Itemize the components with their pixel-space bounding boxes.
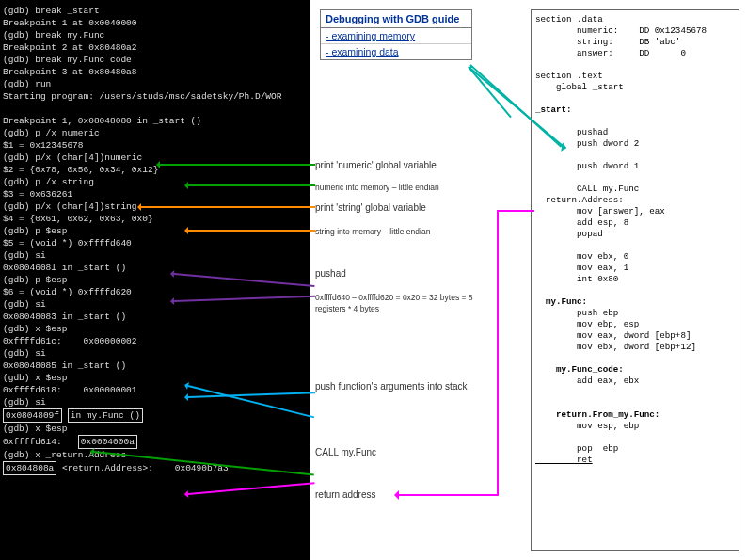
arrow-string-mem <box>188 230 315 232</box>
code-line: push dword 1 <box>535 161 639 171</box>
term-line: Breakpoint 2 at 0x80480a2 <box>3 42 137 53</box>
assembly-code-panel: section .data numeric: DD 0x12345678 str… <box>531 9 739 551</box>
term-line: (gdb) p/x (char[4])string <box>3 201 137 212</box>
term-line: (gdb) x $esp <box>3 324 67 334</box>
annot-pushad: pushad <box>315 268 503 280</box>
term-line: (gdb) si <box>3 397 46 408</box>
term-line: $3 = 0x636261 <box>3 189 72 200</box>
arrow-string <box>141 206 315 208</box>
code-line: mov ebx, 0 <box>535 251 628 262</box>
term-line: 0x08048085 in _start () <box>3 360 126 371</box>
code-line: mov eax, 1 <box>535 263 628 273</box>
term-boxed: 0x0804809f <box>3 408 62 423</box>
term-line: (gdb) si <box>3 348 46 359</box>
term-line: Breakpoint 3 at 0x80480a8 <box>3 67 137 77</box>
code-line: add eax, ebx <box>535 376 639 386</box>
term-line: $5 = (void *) 0xffffd640 <box>3 238 132 248</box>
code-label-return-from: return.From_my.Func: <box>535 409 660 420</box>
code-line: global _start <box>535 82 624 92</box>
term-line: $6 = (void *) 0xffffd620 <box>3 287 132 297</box>
code-label-myfunc: my.Func: <box>535 296 587 307</box>
term-line: (gdb) p $esp <box>3 226 67 236</box>
arrow-teal-seg <box>468 66 512 118</box>
term-line: <return.Address>: <box>62 463 153 473</box>
term-line: (gdb) p /x numeric <box>3 128 100 138</box>
annot-print-string: print 'string' global variable <box>315 202 503 214</box>
arrow-magenta-horiz <box>395 494 499 496</box>
code-line: section .data <box>535 14 603 24</box>
code-line: push dword 2 <box>535 138 639 149</box>
annot-numeric-mem: numeric into memory – little endian <box>315 182 503 193</box>
code-line: CALL my.Func <box>535 184 639 194</box>
arrow-magenta-vertical <box>497 212 499 494</box>
term-line: $2 = {0x78, 0x56, 0x34, 0x12} <box>3 165 158 175</box>
term-line: (gdb) break _start <box>3 6 100 16</box>
term-line: Starting program: /users/studs/msc/sadet… <box>3 91 281 102</box>
term-line: 0xffffd618: 0x00000001 <box>3 385 137 395</box>
code-line: return.Address: <box>535 195 624 205</box>
code-line: answer: DD 0 <box>535 48 686 58</box>
guide-item-data[interactable]: - examining data <box>321 44 471 59</box>
arrow-numeric-mem <box>188 184 315 186</box>
arrow-numeric <box>160 164 315 166</box>
term-line: 0x08048083 in _start () <box>3 312 126 322</box>
code-line: string: DB 'abc' <box>535 37 680 47</box>
guide-title[interactable]: Debugging with GDB guide <box>321 10 471 28</box>
term-line: (gdb) break my.Func <box>3 30 104 40</box>
guide-item-memory[interactable]: - examining memory <box>321 28 471 44</box>
code-line: mov ebx, dword [ebp+12] <box>535 342 696 352</box>
annot-string-mem: string into memory – little endian <box>315 226 503 237</box>
annot-stack-math: 0xffffd640 – 0xffffd620 = 0x20 = 32 byte… <box>315 292 475 314</box>
term-line: (gdb) x $esp <box>3 424 67 434</box>
code-line: pop ebp <box>535 443 618 454</box>
code-line: popad <box>535 229 603 239</box>
term-boxed: 0x804808a <box>3 461 56 475</box>
annot-print-numeric: print 'numeric' global variable <box>315 160 503 171</box>
term-line: (gdb) p $esp <box>3 275 67 285</box>
term-line: $1 = 0x12345678 <box>3 140 84 151</box>
code-line: mov [answer], eax <box>535 206 665 216</box>
term-line: (gdb) p/x (char[4])numeric <box>3 152 142 163</box>
code-label-myfunc-code: my.Func_code: <box>535 364 624 375</box>
term-line: 0xffffd614: <box>3 437 78 447</box>
arrow-magenta-head <box>389 490 399 500</box>
code-line: section .text <box>535 71 603 81</box>
code-line: push ebp <box>535 308 618 318</box>
code-line: mov eax, dword [ebp+8] <box>535 330 691 341</box>
code-line: mov esp, ebp <box>535 421 639 431</box>
term-line: $4 = {0x61, 0x62, 0x63, 0x0} <box>3 214 153 224</box>
term-line: (gdb) p /x string <box>3 177 94 187</box>
gdb-guide-box: Debugging with GDB guide - examining mem… <box>320 9 472 60</box>
term-line: (gdb) x $esp <box>3 373 67 383</box>
code-label-start: _start: <box>535 104 572 115</box>
term-line: (gdb) run <box>3 79 51 89</box>
term-line: Breakpoint 1 at 0x0040000 <box>3 18 137 28</box>
annot-call-func: CALL my.Func <box>315 447 503 458</box>
annot-push-args: push function's arguments into stack <box>315 381 503 392</box>
term-line: (gdb) si <box>3 299 46 310</box>
term-line: (gdb) break my.Func code <box>3 55 132 65</box>
arrow-teal-head <box>561 142 572 153</box>
term-line: 0x0804608l in _start () <box>3 263 126 273</box>
term-line: Breakpoint 1, 0x08048080 in _start () <box>3 116 201 126</box>
code-line-ret: ret <box>535 455 593 465</box>
code-line: mov ebp, esp <box>535 319 639 329</box>
term-line: 0xffffd61c: 0x00000002 <box>3 336 137 346</box>
code-line: numeric: DD 0x12345678 <box>535 25 707 36</box>
code-line: int 0x80 <box>535 274 618 284</box>
term-line: (gdb) si <box>3 250 46 261</box>
arrow-magenta-top <box>497 210 534 212</box>
term-boxed: in my.Func () <box>68 408 143 423</box>
code-line: add esp, 8 <box>535 217 628 228</box>
